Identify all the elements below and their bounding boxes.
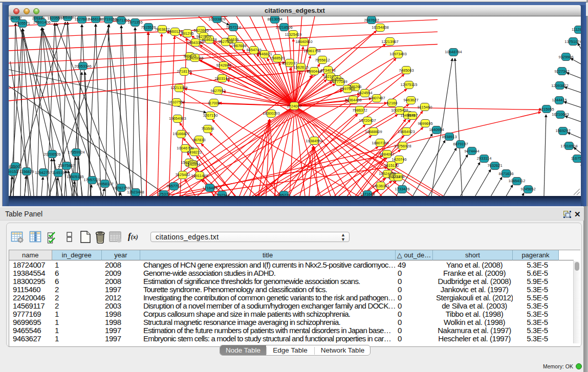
svg-text:16107554: 16107554 [168,100,185,104]
svg-text:1724007: 1724007 [287,104,301,108]
svg-text:8938913: 8938913 [442,135,456,139]
svg-text:15720407: 15720407 [359,118,376,123]
svg-text:9699695: 9699695 [418,121,432,126]
svg-text:21691406: 21691406 [33,20,50,25]
svg-text:62160: 62160 [387,101,398,105]
svg-text:20206526: 20206526 [43,152,60,157]
svg-text:19654923: 19654923 [398,129,415,134]
svg-text:1420746: 1420746 [391,157,406,162]
svg-text:753594: 753594 [201,126,214,131]
svg-text:17359924: 17359924 [68,150,84,155]
svg-text:9329906: 9329906 [558,55,573,59]
svg-text:7485063: 7485063 [399,68,413,73]
svg-text:1244415: 1244415 [552,98,567,102]
svg-text:98447: 98447 [407,113,418,118]
svg-text:867833: 867833 [192,138,205,142]
svg-text:9498222: 9498222 [187,150,202,155]
svg-text:1733426: 1733426 [395,187,409,191]
svg-text:9463627: 9463627 [403,98,418,102]
svg-text:2967608: 2967608 [231,43,246,48]
svg-text:19166827: 19166827 [172,132,189,136]
svg-text:18300293: 18300293 [263,111,279,116]
svg-text:10653287: 10653287 [59,16,76,19]
svg-text:8471636: 8471636 [498,171,513,176]
svg-text:1716485: 1716485 [202,186,217,190]
svg-text:8186328: 8186328 [202,37,216,42]
svg-text:1540994: 1540994 [185,162,200,167]
svg-text:12093872: 12093872 [551,83,568,88]
svg-text:18640910: 18640910 [295,39,312,44]
svg-text:7986372: 7986372 [352,108,367,113]
svg-text:19384554: 19384554 [306,139,322,143]
svg-text:7515526: 7515526 [141,25,156,30]
svg-text:1615132: 1615132 [384,163,399,168]
svg-text:6734078: 6734078 [320,68,335,73]
svg-text:1569297: 1569297 [555,128,570,133]
svg-text:12942757: 12942757 [35,170,52,175]
svg-text:122254: 122254 [391,174,404,179]
svg-text:10688609: 10688609 [365,129,382,134]
svg-text:1588520: 1588520 [270,56,285,60]
svg-text:10973493: 10973493 [389,52,406,56]
svg-text:3267150: 3267150 [203,113,217,118]
svg-text:116753: 116753 [571,156,581,161]
svg-text:1292344: 1292344 [214,193,229,196]
svg-text:16154838: 16154838 [372,25,388,30]
svg-text:39153: 39153 [9,169,18,174]
svg-text:19958107: 19958107 [96,182,113,186]
svg-text:22420046: 22420046 [186,56,203,60]
svg-text:140557: 140557 [9,16,21,20]
svg-text:12213389: 12213389 [170,85,187,90]
svg-text:12975115: 12975115 [401,82,418,87]
svg-text:2933114: 2933114 [477,156,492,161]
svg-text:12505135: 12505135 [67,174,83,179]
svg-text:16911449: 16911449 [191,173,208,178]
svg-text:117006: 117006 [208,101,220,105]
svg-text:1156829: 1156829 [19,169,34,174]
svg-text:1405571: 1405571 [15,21,30,26]
svg-text:2718176: 2718176 [177,69,191,74]
svg-text:1112840: 1112840 [572,27,581,32]
svg-text:114519: 114519 [52,170,64,175]
svg-text:3624554: 3624554 [357,91,372,95]
svg-text:8660124: 8660124 [167,29,182,34]
svg-text:7955812: 7955812 [315,58,330,62]
svg-text:17016504: 17016504 [560,144,577,148]
svg-text:18807249: 18807249 [372,141,388,145]
svg-text:3215955: 3215955 [539,107,554,112]
svg-text:2087682: 2087682 [364,18,379,23]
svg-text:9427552: 9427552 [210,89,225,93]
svg-text:10025438: 10025438 [391,108,408,113]
svg-text:7625402: 7625402 [175,172,190,177]
svg-text:9084067: 9084067 [379,152,394,157]
svg-text:891295: 891295 [181,31,193,36]
svg-text:9227342: 9227342 [554,69,569,74]
svg-text:16961758: 16961758 [303,49,320,53]
svg-text:20364436: 20364436 [344,98,361,102]
svg-text:2803144: 2803144 [214,76,229,81]
svg-text:1640954: 1640954 [429,127,444,132]
svg-text:1527602: 1527602 [74,17,89,21]
svg-text:835001: 835001 [9,164,21,169]
svg-text:965779: 965779 [277,193,290,196]
svg-text:175372: 175372 [157,192,170,196]
svg-text:10654112: 10654112 [509,179,526,183]
svg-text:9474444: 9474444 [464,149,479,154]
svg-text:19756928: 19756928 [394,144,411,148]
svg-text:10807487: 10807487 [368,96,385,100]
svg-text:8813054: 8813054 [267,17,282,21]
svg-text:11325419: 11325419 [285,32,302,37]
svg-text:746266: 746266 [349,84,361,89]
svg-text:7632621: 7632621 [487,163,502,168]
svg-text:9245652: 9245652 [520,187,535,191]
svg-text:1671355: 1671355 [127,20,142,25]
svg-text:9657791: 9657791 [166,184,181,188]
svg-text:12213967: 12213967 [381,39,398,44]
svg-text:5322605: 5322605 [193,28,208,33]
svg-text:16210643: 16210643 [552,112,569,117]
svg-text:13751074: 13751074 [564,39,581,44]
svg-text:8990448: 8990448 [307,69,321,74]
svg-text:19654983: 19654983 [169,116,186,121]
svg-text:20053346: 20053346 [74,64,91,69]
svg-text:19218506: 19218506 [275,25,292,30]
